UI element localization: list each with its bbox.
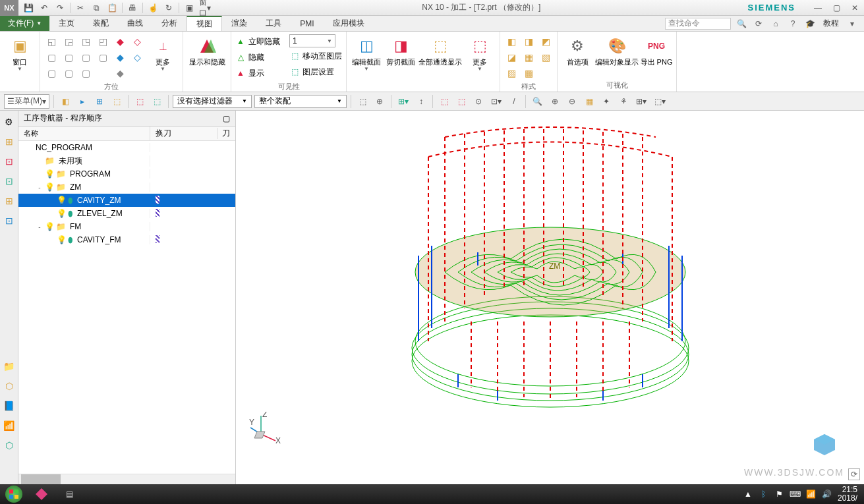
style-icon[interactable]: ◪ — [504, 50, 519, 65]
rb-settings-icon[interactable]: ⚙ — [2, 115, 16, 129]
tb-icon[interactable]: ▸ — [75, 94, 90, 109]
tutorial-link[interactable]: 教程 — [821, 18, 842, 29]
rb-icon[interactable]: 📁 — [2, 359, 16, 374]
view-icon[interactable]: ▢ — [44, 66, 59, 80]
tb-icon[interactable]: ◧ — [58, 94, 72, 109]
view-icon[interactable]: ◰ — [96, 34, 110, 49]
rb-icon[interactable]: ⊡ — [2, 154, 16, 169]
view-icon[interactable]: ◱ — [44, 34, 59, 49]
save-icon[interactable]: 💾 — [22, 2, 34, 14]
tray-input-icon[interactable]: ⌨ — [790, 489, 801, 499]
nav-scrollbar[interactable] — [18, 474, 235, 484]
rb-icon[interactable]: ⊡ — [2, 213, 16, 228]
tray-bluetooth-icon[interactable]: ᛒ — [759, 489, 769, 499]
tb-icon[interactable]: ⊙ — [471, 94, 486, 109]
tree-row[interactable]: 💡⬮CAVITY_FM — [18, 233, 235, 246]
tb-icon[interactable]: ⬚ — [109, 94, 124, 109]
style-icon[interactable]: ◨ — [521, 34, 536, 49]
window-button[interactable]: ▣ 窗口 ▼ — [4, 34, 36, 73]
tb-icon[interactable]: ✦ — [599, 94, 614, 109]
tab-render[interactable]: 渲染 — [222, 16, 256, 31]
nav-tree[interactable]: NC_PROGRAM📁未用项💡📁PROGRAM-💡📁ZM💡⬮CAVITY_ZM💡… — [18, 141, 235, 474]
tree-row[interactable]: 💡⬮CAVITY_ZM — [18, 194, 235, 207]
tab-app[interactable]: 应用模块 — [324, 16, 374, 31]
seethrough-button[interactable]: ⬚全部通透显示 — [419, 34, 461, 67]
tab-assembly[interactable]: 装配 — [84, 16, 118, 31]
tb-icon[interactable]: ⚘ — [616, 94, 631, 109]
tab-pmi[interactable]: PMI — [291, 16, 323, 31]
copy-icon[interactable]: ⧉ — [90, 2, 102, 14]
tb-icon[interactable]: ⬚▾ — [652, 94, 668, 109]
menu-button[interactable]: ☰ 菜单(M) ▾ — [4, 94, 49, 109]
tb-icon[interactable]: ⬚ — [132, 94, 147, 109]
nav-pin-icon[interactable]: ▢ — [223, 114, 230, 123]
help-icon[interactable]: ? — [786, 17, 799, 30]
show[interactable]: ▲显示 — [235, 66, 280, 80]
taskbar-app[interactable] — [28, 484, 55, 504]
rb-icon[interactable]: ⬡ — [2, 379, 16, 393]
tree-row[interactable]: -💡📁ZM — [18, 181, 235, 194]
object-display-button[interactable]: 🎨编辑对象显示 — [596, 34, 638, 67]
style-icon[interactable]: ▩ — [521, 66, 536, 80]
undo-icon[interactable]: ↶ — [38, 2, 50, 14]
close-button[interactable]: ✕ — [846, 0, 864, 16]
tb-icon[interactable]: ⊖ — [565, 94, 579, 109]
tab-analysis[interactable]: 分析 — [152, 16, 187, 31]
tb-icon[interactable]: ⊞▾ — [633, 94, 649, 109]
scope-combo[interactable]: 整个装配▼ — [254, 95, 347, 108]
tb-icon[interactable]: ⬚ — [437, 94, 451, 109]
redo-icon[interactable]: ↷ — [54, 2, 66, 14]
tree-row[interactable]: 💡⬮ZLEVEL_ZM — [18, 207, 235, 220]
preferences-button[interactable]: ⚙首选项 — [562, 34, 593, 67]
move-to-layer[interactable]: ⬚移动至图层 — [289, 49, 342, 63]
rb-icon[interactable]: 📶 — [2, 418, 16, 433]
tree-row[interactable]: NC_PROGRAM — [18, 141, 235, 154]
view-icon[interactable]: ◳ — [78, 34, 93, 49]
search-icon[interactable]: 🔍 — [735, 17, 748, 30]
style-icon[interactable]: ▨ — [504, 66, 519, 80]
tray-volume-icon[interactable]: 🔊 — [822, 489, 832, 499]
style-icon[interactable]: ▧ — [538, 50, 553, 65]
view-icon[interactable]: ▢ — [78, 50, 93, 65]
clip-section-button[interactable]: ◨剪切截面 — [385, 34, 417, 67]
maximize-button[interactable]: ▢ — [827, 0, 846, 16]
more-button[interactable]: ⟂ 更多 ▼ — [147, 34, 179, 73]
view-icon[interactable]: ▢ — [78, 66, 93, 80]
tb-icon[interactable]: ⊕ — [372, 94, 387, 109]
col-name[interactable]: 名称 — [18, 126, 150, 140]
layer-combo[interactable]: 1▼ — [289, 34, 335, 47]
recent-icon[interactable]: ⟳ — [752, 17, 765, 30]
taskbar-app[interactable]: ▤ — [55, 484, 83, 504]
tree-row[interactable]: 📁未用项 — [18, 154, 235, 167]
orient-icon[interactable]: ◆ — [113, 34, 127, 49]
window-dropdown[interactable]: 窗口▾ — [199, 2, 211, 14]
tb-icon[interactable]: ⊕ — [548, 94, 562, 109]
tab-home[interactable]: 主页 — [49, 16, 84, 31]
view-icon[interactable]: ▢ — [96, 50, 110, 65]
rb-nav-icon[interactable]: ⊞ — [2, 134, 16, 149]
orient-icon[interactable]: ◆ — [113, 66, 127, 80]
filter-combo[interactable]: 没有选择过滤器▼ — [173, 95, 252, 108]
graphics-viewport[interactable]: ZM Z X Y WWW.3DSJW.COM ⟳ — [236, 111, 864, 484]
tree-row[interactable]: 💡📁PROGRAM — [18, 167, 235, 181]
view-icon[interactable]: ▢ — [61, 50, 76, 65]
tb-icon[interactable]: ⊞▾ — [395, 94, 411, 109]
show-hide-button[interactable]: 显示和隐藏 — [187, 34, 227, 67]
cut-icon[interactable]: ✂ — [74, 2, 86, 14]
tab-curve[interactable]: 曲线 — [118, 16, 152, 31]
repeat-icon[interactable]: ↻ — [163, 2, 175, 14]
window-icon[interactable]: ▣ — [183, 2, 195, 14]
refresh-icon[interactable]: ⟳ — [848, 468, 860, 480]
export-png-button[interactable]: PNG 导出 PNG — [641, 34, 672, 67]
tray-clock[interactable]: 21:5 2018/ — [838, 486, 857, 503]
orient-icon[interactable]: ◇ — [130, 34, 144, 49]
col-toolchange[interactable]: 换刀刀 — [150, 126, 235, 140]
tb-icon[interactable]: ⊡▾ — [488, 94, 504, 109]
command-search[interactable]: 查找命令 — [665, 18, 731, 30]
tray-action-icon[interactable]: ⚑ — [774, 489, 785, 499]
layer-settings[interactable]: ⬚图层设置 — [289, 65, 342, 79]
style-icon[interactable]: ◧ — [504, 34, 519, 49]
tb-icon[interactable]: ⊞ — [92, 94, 107, 109]
edit-section-button[interactable]: ◫编辑截面▼ — [351, 34, 382, 73]
minimize-ribbon-icon[interactable]: ▾ — [846, 17, 859, 30]
